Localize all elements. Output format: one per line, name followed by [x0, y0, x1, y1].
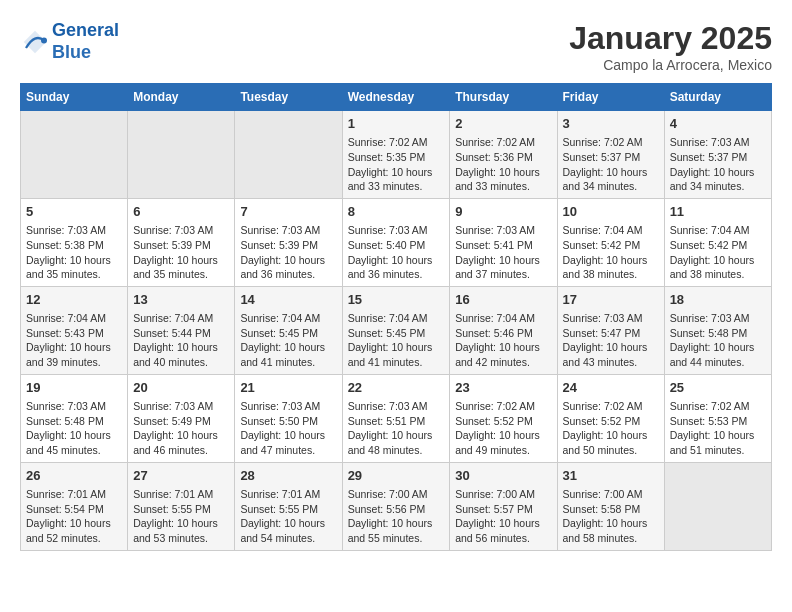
cell-text: Sunset: 5:54 PM	[26, 502, 122, 517]
day-number: 7	[240, 203, 336, 221]
calendar-cell: 25Sunrise: 7:02 AMSunset: 5:53 PMDayligh…	[664, 374, 771, 462]
cell-text: Sunrise: 7:02 AM	[563, 135, 659, 150]
day-number: 3	[563, 115, 659, 133]
cell-text: Sunrise: 7:03 AM	[348, 223, 445, 238]
day-number: 15	[348, 291, 445, 309]
cell-text: Sunrise: 7:04 AM	[133, 311, 229, 326]
cell-text: Daylight: 10 hours	[26, 340, 122, 355]
calendar-cell: 27Sunrise: 7:01 AMSunset: 5:55 PMDayligh…	[128, 462, 235, 550]
calendar-cell	[235, 111, 342, 199]
month-title: January 2025	[569, 20, 772, 57]
day-number: 8	[348, 203, 445, 221]
day-number: 17	[563, 291, 659, 309]
cell-text: Sunset: 5:39 PM	[133, 238, 229, 253]
cell-text: Sunset: 5:39 PM	[240, 238, 336, 253]
day-number: 1	[348, 115, 445, 133]
col-sunday: Sunday	[21, 84, 128, 111]
cell-text: Sunrise: 7:02 AM	[563, 399, 659, 414]
cell-text: Daylight: 10 hours	[563, 165, 659, 180]
cell-text: Sunset: 5:52 PM	[455, 414, 551, 429]
col-thursday: Thursday	[450, 84, 557, 111]
cell-text: Daylight: 10 hours	[240, 516, 336, 531]
day-number: 9	[455, 203, 551, 221]
calendar-cell: 22Sunrise: 7:03 AMSunset: 5:51 PMDayligh…	[342, 374, 450, 462]
calendar-cell: 14Sunrise: 7:04 AMSunset: 5:45 PMDayligh…	[235, 286, 342, 374]
calendar-cell: 21Sunrise: 7:03 AMSunset: 5:50 PMDayligh…	[235, 374, 342, 462]
cell-text: and 42 minutes.	[455, 355, 551, 370]
cell-text: and 45 minutes.	[26, 443, 122, 458]
cell-text: and 36 minutes.	[348, 267, 445, 282]
cell-text: Sunrise: 7:03 AM	[133, 223, 229, 238]
cell-text: and 51 minutes.	[670, 443, 766, 458]
cell-text: Sunrise: 7:00 AM	[563, 487, 659, 502]
day-number: 13	[133, 291, 229, 309]
cell-text: and 39 minutes.	[26, 355, 122, 370]
cell-text: Sunset: 5:53 PM	[670, 414, 766, 429]
cell-text: and 46 minutes.	[133, 443, 229, 458]
cell-text: Sunrise: 7:01 AM	[133, 487, 229, 502]
day-number: 5	[26, 203, 122, 221]
cell-text: Daylight: 10 hours	[26, 516, 122, 531]
cell-text: Sunrise: 7:03 AM	[240, 399, 336, 414]
cell-text: Sunset: 5:47 PM	[563, 326, 659, 341]
cell-text: and 53 minutes.	[133, 531, 229, 546]
day-number: 4	[670, 115, 766, 133]
cell-text: Daylight: 10 hours	[348, 253, 445, 268]
calendar-cell	[21, 111, 128, 199]
cell-text: Sunset: 5:38 PM	[26, 238, 122, 253]
calendar-cell: 5Sunrise: 7:03 AMSunset: 5:38 PMDaylight…	[21, 198, 128, 286]
logo: General Blue	[20, 20, 119, 63]
cell-text: Sunset: 5:49 PM	[133, 414, 229, 429]
cell-text: Sunrise: 7:04 AM	[563, 223, 659, 238]
cell-text: and 33 minutes.	[455, 179, 551, 194]
cell-text: and 37 minutes.	[455, 267, 551, 282]
calendar-cell: 3Sunrise: 7:02 AMSunset: 5:37 PMDaylight…	[557, 111, 664, 199]
cell-text: Daylight: 10 hours	[670, 253, 766, 268]
cell-text: Sunset: 5:58 PM	[563, 502, 659, 517]
cell-text: and 44 minutes.	[670, 355, 766, 370]
cell-text: Daylight: 10 hours	[455, 340, 551, 355]
cell-text: Daylight: 10 hours	[670, 340, 766, 355]
calendar-cell: 26Sunrise: 7:01 AMSunset: 5:54 PMDayligh…	[21, 462, 128, 550]
cell-text: Daylight: 10 hours	[563, 253, 659, 268]
day-number: 22	[348, 379, 445, 397]
cell-text: Daylight: 10 hours	[133, 253, 229, 268]
cell-text: Sunset: 5:42 PM	[670, 238, 766, 253]
cell-text: Sunrise: 7:03 AM	[455, 223, 551, 238]
cell-text: Sunset: 5:37 PM	[563, 150, 659, 165]
day-number: 16	[455, 291, 551, 309]
calendar-cell: 4Sunrise: 7:03 AMSunset: 5:37 PMDaylight…	[664, 111, 771, 199]
cell-text: Daylight: 10 hours	[455, 165, 551, 180]
day-number: 25	[670, 379, 766, 397]
col-tuesday: Tuesday	[235, 84, 342, 111]
calendar-cell: 30Sunrise: 7:00 AMSunset: 5:57 PMDayligh…	[450, 462, 557, 550]
calendar-header: Sunday Monday Tuesday Wednesday Thursday…	[21, 84, 772, 111]
day-number: 27	[133, 467, 229, 485]
cell-text: and 33 minutes.	[348, 179, 445, 194]
cell-text: and 55 minutes.	[348, 531, 445, 546]
cell-text: Daylight: 10 hours	[348, 516, 445, 531]
day-number: 12	[26, 291, 122, 309]
cell-text: and 49 minutes.	[455, 443, 551, 458]
cell-text: Daylight: 10 hours	[240, 428, 336, 443]
cell-text: Sunset: 5:56 PM	[348, 502, 445, 517]
calendar-cell: 1Sunrise: 7:02 AMSunset: 5:35 PMDaylight…	[342, 111, 450, 199]
calendar-body: 1Sunrise: 7:02 AMSunset: 5:35 PMDaylight…	[21, 111, 772, 551]
cell-text: Daylight: 10 hours	[455, 516, 551, 531]
cell-text: Sunset: 5:36 PM	[455, 150, 551, 165]
cell-text: Daylight: 10 hours	[670, 428, 766, 443]
cell-text: Sunrise: 7:02 AM	[455, 399, 551, 414]
calendar-cell: 12Sunrise: 7:04 AMSunset: 5:43 PMDayligh…	[21, 286, 128, 374]
day-number: 10	[563, 203, 659, 221]
cell-text: and 35 minutes.	[26, 267, 122, 282]
day-number: 11	[670, 203, 766, 221]
cell-text: Sunset: 5:45 PM	[240, 326, 336, 341]
cell-text: Sunset: 5:44 PM	[133, 326, 229, 341]
calendar-cell: 23Sunrise: 7:02 AMSunset: 5:52 PMDayligh…	[450, 374, 557, 462]
day-number: 24	[563, 379, 659, 397]
cell-text: and 50 minutes.	[563, 443, 659, 458]
cell-text: Sunrise: 7:02 AM	[455, 135, 551, 150]
cell-text: Sunrise: 7:04 AM	[670, 223, 766, 238]
cell-text: Daylight: 10 hours	[26, 253, 122, 268]
cell-text: Sunset: 5:41 PM	[455, 238, 551, 253]
